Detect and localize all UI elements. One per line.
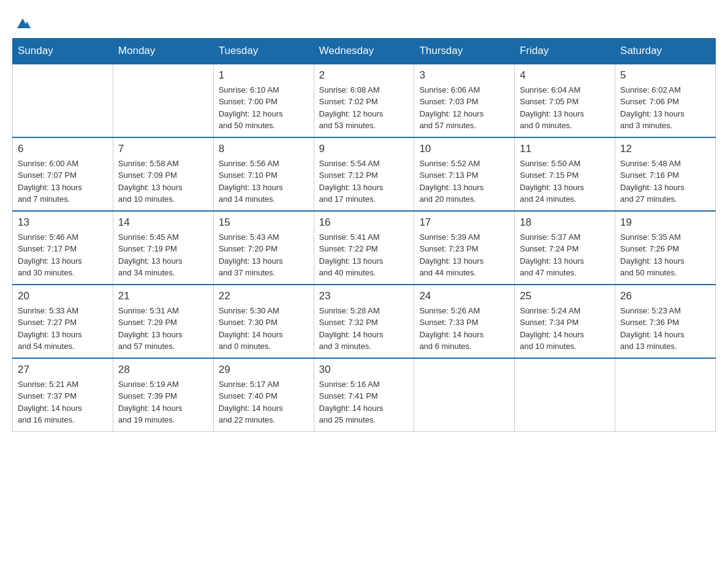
day-info: Sunrise: 5:46 AM Sunset: 7:17 PM Dayligh… bbox=[18, 231, 108, 279]
calendar-cell bbox=[515, 358, 615, 432]
day-info: Sunrise: 5:26 AM Sunset: 7:33 PM Dayligh… bbox=[419, 305, 509, 353]
day-info: Sunrise: 5:41 AM Sunset: 7:22 PM Dayligh… bbox=[319, 231, 409, 279]
calendar-cell: 27Sunrise: 5:21 AM Sunset: 7:37 PM Dayli… bbox=[13, 358, 113, 432]
day-info: Sunrise: 5:28 AM Sunset: 7:32 PM Dayligh… bbox=[319, 305, 409, 353]
day-info: Sunrise: 5:21 AM Sunset: 7:37 PM Dayligh… bbox=[18, 378, 108, 426]
weekday-header-friday: Friday bbox=[515, 39, 615, 64]
calendar-week-row: 27Sunrise: 5:21 AM Sunset: 7:37 PM Dayli… bbox=[13, 358, 716, 432]
calendar-cell: 13Sunrise: 5:46 AM Sunset: 7:17 PM Dayli… bbox=[13, 211, 113, 285]
day-info: Sunrise: 6:06 AM Sunset: 7:03 PM Dayligh… bbox=[419, 84, 509, 132]
calendar-cell: 3Sunrise: 6:06 AM Sunset: 7:03 PM Daylig… bbox=[414, 64, 515, 137]
day-info: Sunrise: 5:35 AM Sunset: 7:26 PM Dayligh… bbox=[620, 231, 710, 279]
day-number: 10 bbox=[419, 143, 509, 155]
day-number: 16 bbox=[319, 216, 409, 229]
day-number: 7 bbox=[118, 143, 208, 155]
day-info: Sunrise: 5:37 AM Sunset: 7:24 PM Dayligh… bbox=[520, 231, 610, 279]
day-info: Sunrise: 5:24 AM Sunset: 7:34 PM Dayligh… bbox=[520, 305, 610, 353]
day-number: 28 bbox=[118, 364, 208, 376]
calendar-cell: 8Sunrise: 5:56 AM Sunset: 7:10 PM Daylig… bbox=[213, 137, 314, 211]
day-number: 27 bbox=[18, 364, 108, 376]
day-info: Sunrise: 5:43 AM Sunset: 7:20 PM Dayligh… bbox=[219, 231, 309, 279]
calendar-week-row: 6Sunrise: 6:00 AM Sunset: 7:07 PM Daylig… bbox=[13, 137, 716, 211]
calendar-week-row: 20Sunrise: 5:33 AM Sunset: 7:27 PM Dayli… bbox=[13, 285, 716, 358]
calendar-cell: 4Sunrise: 6:04 AM Sunset: 7:05 PM Daylig… bbox=[515, 64, 615, 137]
calendar-cell: 28Sunrise: 5:19 AM Sunset: 7:39 PM Dayli… bbox=[113, 358, 213, 432]
calendar-cell: 15Sunrise: 5:43 AM Sunset: 7:20 PM Dayli… bbox=[213, 211, 314, 285]
calendar-cell bbox=[113, 64, 213, 137]
day-info: Sunrise: 5:16 AM Sunset: 7:41 PM Dayligh… bbox=[319, 378, 409, 426]
calendar-cell: 2Sunrise: 6:08 AM Sunset: 7:02 PM Daylig… bbox=[314, 64, 414, 137]
calendar-cell: 18Sunrise: 5:37 AM Sunset: 7:24 PM Dayli… bbox=[515, 211, 615, 285]
logo-icon bbox=[13, 12, 32, 31]
day-info: Sunrise: 5:50 AM Sunset: 7:15 PM Dayligh… bbox=[520, 158, 610, 205]
day-number: 29 bbox=[219, 364, 309, 376]
day-number: 11 bbox=[520, 143, 610, 155]
calendar-cell: 10Sunrise: 5:52 AM Sunset: 7:13 PM Dayli… bbox=[414, 137, 515, 211]
day-info: Sunrise: 6:10 AM Sunset: 7:00 PM Dayligh… bbox=[219, 84, 309, 132]
day-number: 8 bbox=[219, 143, 309, 155]
day-number: 24 bbox=[419, 290, 509, 302]
calendar-cell: 22Sunrise: 5:30 AM Sunset: 7:30 PM Dayli… bbox=[213, 285, 314, 358]
day-number: 3 bbox=[419, 69, 509, 82]
day-number: 18 bbox=[520, 216, 610, 229]
calendar-header-row: SundayMondayTuesdayWednesdayThursdayFrid… bbox=[13, 39, 716, 64]
day-number: 19 bbox=[620, 216, 710, 229]
calendar-week-row: 13Sunrise: 5:46 AM Sunset: 7:17 PM Dayli… bbox=[13, 211, 716, 285]
logo bbox=[12, 12, 32, 32]
calendar-cell: 26Sunrise: 5:23 AM Sunset: 7:36 PM Dayli… bbox=[615, 285, 716, 358]
weekday-header-wednesday: Wednesday bbox=[314, 39, 414, 64]
day-info: Sunrise: 5:56 AM Sunset: 7:10 PM Dayligh… bbox=[219, 158, 309, 205]
day-info: Sunrise: 5:52 AM Sunset: 7:13 PM Dayligh… bbox=[419, 158, 509, 205]
day-number: 12 bbox=[620, 143, 710, 155]
page-header bbox=[12, 12, 716, 32]
day-number: 22 bbox=[219, 290, 309, 302]
calendar-cell bbox=[414, 358, 515, 432]
calendar-cell: 9Sunrise: 5:54 AM Sunset: 7:12 PM Daylig… bbox=[314, 137, 414, 211]
calendar-cell: 25Sunrise: 5:24 AM Sunset: 7:34 PM Dayli… bbox=[515, 285, 615, 358]
weekday-header-saturday: Saturday bbox=[615, 39, 716, 64]
day-info: Sunrise: 5:31 AM Sunset: 7:29 PM Dayligh… bbox=[118, 305, 208, 353]
calendar-cell: 24Sunrise: 5:26 AM Sunset: 7:33 PM Dayli… bbox=[414, 285, 515, 358]
day-number: 23 bbox=[319, 290, 409, 302]
calendar-cell: 1Sunrise: 6:10 AM Sunset: 7:00 PM Daylig… bbox=[213, 64, 314, 137]
calendar-week-row: 1Sunrise: 6:10 AM Sunset: 7:00 PM Daylig… bbox=[13, 64, 716, 137]
day-info: Sunrise: 5:54 AM Sunset: 7:12 PM Dayligh… bbox=[319, 158, 409, 205]
calendar-cell: 17Sunrise: 5:39 AM Sunset: 7:23 PM Dayli… bbox=[414, 211, 515, 285]
day-number: 30 bbox=[319, 364, 409, 376]
calendar-cell: 11Sunrise: 5:50 AM Sunset: 7:15 PM Dayli… bbox=[515, 137, 615, 211]
calendar-cell: 29Sunrise: 5:17 AM Sunset: 7:40 PM Dayli… bbox=[213, 358, 314, 432]
calendar-cell: 21Sunrise: 5:31 AM Sunset: 7:29 PM Dayli… bbox=[113, 285, 213, 358]
calendar-body: 1Sunrise: 6:10 AM Sunset: 7:00 PM Daylig… bbox=[13, 64, 716, 431]
day-info: Sunrise: 5:58 AM Sunset: 7:09 PM Dayligh… bbox=[118, 158, 208, 205]
calendar-cell: 23Sunrise: 5:28 AM Sunset: 7:32 PM Dayli… bbox=[314, 285, 414, 358]
calendar-table: SundayMondayTuesdayWednesdayThursdayFrid… bbox=[12, 38, 716, 432]
day-number: 4 bbox=[520, 69, 610, 82]
calendar-cell bbox=[615, 358, 716, 432]
day-number: 15 bbox=[219, 216, 309, 229]
day-info: Sunrise: 6:02 AM Sunset: 7:06 PM Dayligh… bbox=[620, 84, 710, 132]
day-number: 26 bbox=[620, 290, 710, 302]
calendar-cell: 30Sunrise: 5:16 AM Sunset: 7:41 PM Dayli… bbox=[314, 358, 414, 432]
day-info: Sunrise: 5:17 AM Sunset: 7:40 PM Dayligh… bbox=[219, 378, 309, 426]
calendar-cell: 16Sunrise: 5:41 AM Sunset: 7:22 PM Dayli… bbox=[314, 211, 414, 285]
day-info: Sunrise: 5:30 AM Sunset: 7:30 PM Dayligh… bbox=[219, 305, 309, 353]
day-number: 20 bbox=[18, 290, 108, 302]
day-info: Sunrise: 6:00 AM Sunset: 7:07 PM Dayligh… bbox=[18, 158, 108, 205]
calendar-cell bbox=[13, 64, 113, 137]
day-info: Sunrise: 5:33 AM Sunset: 7:27 PM Dayligh… bbox=[18, 305, 108, 353]
calendar-cell: 5Sunrise: 6:02 AM Sunset: 7:06 PM Daylig… bbox=[615, 64, 716, 137]
day-number: 5 bbox=[620, 69, 710, 82]
calendar-cell: 7Sunrise: 5:58 AM Sunset: 7:09 PM Daylig… bbox=[113, 137, 213, 211]
day-number: 13 bbox=[18, 216, 108, 229]
day-info: Sunrise: 6:04 AM Sunset: 7:05 PM Dayligh… bbox=[520, 84, 610, 132]
day-number: 21 bbox=[118, 290, 208, 302]
day-info: Sunrise: 5:19 AM Sunset: 7:39 PM Dayligh… bbox=[118, 378, 208, 426]
weekday-header-tuesday: Tuesday bbox=[213, 39, 314, 64]
calendar-cell: 19Sunrise: 5:35 AM Sunset: 7:26 PM Dayli… bbox=[615, 211, 716, 285]
calendar-cell: 12Sunrise: 5:48 AM Sunset: 7:16 PM Dayli… bbox=[615, 137, 716, 211]
day-info: Sunrise: 5:23 AM Sunset: 7:36 PM Dayligh… bbox=[620, 305, 710, 353]
weekday-header-sunday: Sunday bbox=[13, 39, 113, 64]
day-number: 14 bbox=[118, 216, 208, 229]
day-info: Sunrise: 6:08 AM Sunset: 7:02 PM Dayligh… bbox=[319, 84, 409, 132]
day-number: 6 bbox=[18, 143, 108, 155]
